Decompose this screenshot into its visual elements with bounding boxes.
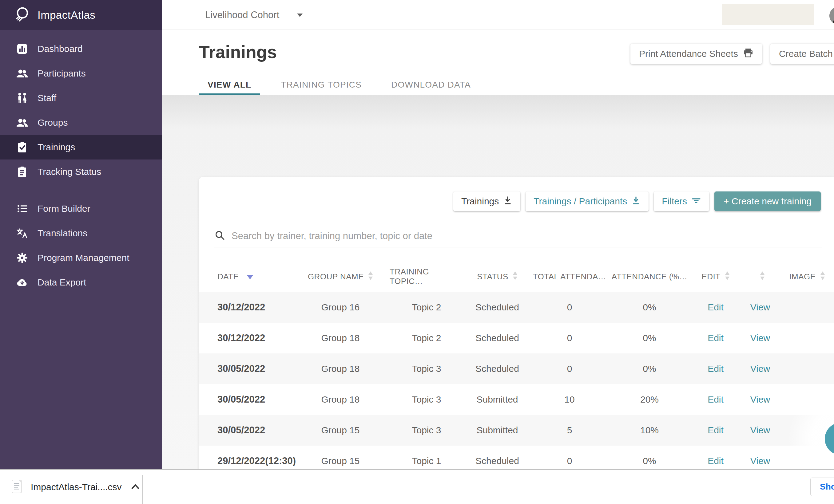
sidebar-item-trainings[interactable]: Trainings — [0, 135, 162, 160]
download-trainings-participants-button[interactable]: Trainings / Participants — [526, 191, 649, 211]
translate-icon — [16, 227, 28, 239]
download-trainings-button[interactable]: Trainings — [453, 191, 520, 211]
sidebar-item-program-management[interactable]: Program Management — [0, 246, 162, 270]
sidebar-item-label: Tracking Status — [38, 166, 101, 177]
sidebar-item-form-builder[interactable]: Form Builder — [0, 197, 162, 221]
downloads-bar: ImpactAtlas-Trai....csv Sho — [0, 469, 834, 504]
view-link[interactable]: View — [740, 425, 780, 435]
clipboard-list-icon — [16, 166, 28, 178]
sidebar-item-participants[interactable]: Participants — [0, 61, 162, 86]
sidebar-item-label: Staff — [38, 93, 56, 103]
sidebar-item-dashboard[interactable]: Dashboard — [0, 37, 162, 61]
download-icon — [631, 196, 641, 207]
topic-cell: Topic 3 — [390, 425, 463, 435]
total-attendance-cell: 0 — [531, 302, 608, 313]
column-header-attendance-pct[interactable]: ATTENDANCE (%… — [608, 272, 691, 281]
sidebar-item-label: Form Builder — [38, 203, 90, 214]
attendance-pct-cell: 0% — [608, 364, 691, 374]
sidebar-item-label: Trainings — [38, 142, 75, 153]
search-bar — [214, 225, 822, 247]
topic-cell: Topic 1 — [390, 456, 463, 466]
total-attendance-cell: 0 — [531, 333, 608, 343]
sidebar-item-data-export[interactable]: Data Export — [0, 270, 162, 295]
status-cell: Scheduled — [463, 456, 531, 466]
tab-view-all[interactable]: VIEW ALL — [199, 74, 260, 95]
edit-link[interactable]: Edit — [691, 302, 740, 313]
chevron-up-icon[interactable] — [130, 482, 141, 492]
cohort-selector[interactable]: Livelihood Cohort — [205, 0, 303, 30]
cohort-selector-label: Livelihood Cohort — [205, 9, 279, 21]
column-header-date[interactable]: DATE — [199, 272, 291, 281]
total-attendance-cell: 10 — [531, 394, 608, 405]
column-header-group-name[interactable]: GROUP NAME — [291, 271, 390, 282]
sort-icon — [760, 271, 765, 282]
column-header-view[interactable] — [740, 271, 780, 282]
view-link[interactable]: View — [740, 333, 780, 343]
column-header-image[interactable]: IMAGE — [780, 271, 834, 282]
view-link[interactable]: View — [740, 394, 780, 405]
edit-link[interactable]: Edit — [691, 333, 740, 343]
status-cell: Scheduled — [463, 364, 531, 374]
sidebar-item-label: Translations — [38, 228, 87, 238]
status-cell: Submitted — [463, 425, 531, 435]
gear-icon — [16, 252, 28, 264]
staff-icon — [16, 92, 28, 104]
sidebar-item-staff[interactable]: Staff — [0, 86, 162, 110]
tab-training-topics[interactable]: TRAINING TOPICS — [272, 74, 370, 95]
view-link[interactable]: View — [740, 456, 780, 466]
attendance-pct-cell: 0% — [608, 302, 691, 313]
sidebar-item-tracking-status[interactable]: Tracking Status — [0, 160, 162, 184]
edit-link[interactable]: Edit — [691, 425, 740, 435]
tab-download-data[interactable]: DOWNLOAD DATA — [382, 74, 479, 95]
topic-cell: Topic 3 — [390, 364, 463, 374]
date-cell: 29/12/2022(12:30) — [199, 455, 291, 466]
topbar: Livelihood Cohort — [162, 0, 834, 30]
view-link[interactable]: View — [740, 364, 780, 374]
column-header-training-topic[interactable]: TRAINING TOPIC… — [390, 267, 463, 286]
filter-icon — [691, 196, 701, 207]
topic-cell: Topic 2 — [390, 302, 463, 313]
column-header-status[interactable]: STATUS — [463, 271, 531, 282]
view-link[interactable]: View — [740, 302, 780, 313]
table-row: 30/12/2022 Group 18 Topic 2 Scheduled 0 … — [199, 323, 834, 353]
sidebar-item-label: Participants — [38, 68, 86, 79]
sidebar-item-groups[interactable]: Groups — [0, 110, 162, 135]
download-trainings-participants-label: Trainings / Participants — [533, 196, 627, 207]
downloaded-file-chip[interactable]: ImpactAtlas-Trai....csv — [11, 470, 141, 504]
sidebar-divider — [15, 190, 147, 190]
filters-button[interactable]: Filters — [654, 191, 709, 211]
filters-label: Filters — [662, 196, 687, 207]
edit-link[interactable]: Edit — [691, 456, 740, 466]
create-new-training-button[interactable]: + Create new training — [715, 191, 821, 211]
list-icon — [16, 203, 28, 215]
sidebar-item-label: Program Management — [38, 253, 129, 263]
column-header-edit[interactable]: EDIT — [691, 271, 740, 282]
clipboard-check-icon — [16, 141, 28, 153]
sort-icon — [368, 271, 373, 282]
page-actions: Print Attendance Sheets Create Batch + — [631, 44, 834, 64]
table-header: DATE GROUP NAME TRAINING TOPIC… STATUS — [199, 261, 834, 292]
user-avatar[interactable] — [829, 7, 834, 25]
content-background: Trainings Trainings / Participants Filte… — [162, 95, 834, 469]
main-content: Trainings Print Attendance Sheets Create… — [162, 31, 834, 469]
create-batch-button[interactable]: Create Batch + — [770, 44, 834, 64]
sidebar-item-label: Groups — [38, 117, 68, 128]
trainings-card: Trainings Trainings / Participants Filte… — [199, 177, 834, 469]
sort-icon — [513, 271, 518, 282]
app-logo: ImpactAtlas — [0, 0, 162, 30]
sidebar-item-translations[interactable]: Translations — [0, 221, 162, 246]
tabs: VIEW ALL TRAINING TOPICS DOWNLOAD DATA — [199, 74, 479, 95]
edit-link[interactable]: Edit — [691, 394, 740, 405]
column-header-total-attendance[interactable]: TOTAL ATTENDA… — [531, 272, 608, 281]
people-icon — [16, 67, 28, 79]
topic-cell: Topic 2 — [390, 333, 463, 343]
create-batch-label: Create Batch + — [779, 49, 834, 59]
downloads-bar-divider — [142, 475, 143, 504]
print-attendance-sheets-button[interactable]: Print Attendance Sheets — [631, 44, 762, 64]
date-cell: 30/12/2022 — [199, 333, 291, 344]
show-all-downloads-button[interactable]: Sho — [810, 478, 834, 496]
search-input[interactable] — [232, 230, 822, 242]
edit-link[interactable]: Edit — [691, 364, 740, 374]
topic-cell: Topic 3 — [390, 394, 463, 405]
print-button-label: Print Attendance Sheets — [639, 49, 738, 59]
